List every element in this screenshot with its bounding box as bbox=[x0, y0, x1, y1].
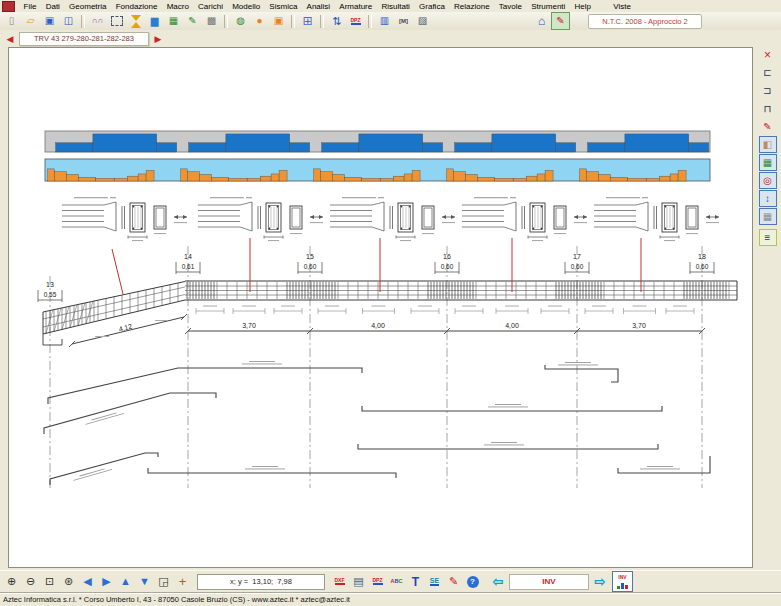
svg-text:4,12: 4,12 bbox=[118, 323, 133, 333]
pan-right-icon[interactable]: ▶ bbox=[97, 572, 116, 591]
hatch-graph-icon[interactable]: ▨ bbox=[413, 12, 432, 30]
save-icon[interactable]: ▣ bbox=[40, 12, 59, 30]
copy-section-icon[interactable]: ⊏ bbox=[759, 64, 777, 81]
building-icon: ⌂ bbox=[538, 15, 545, 27]
menu-geometria[interactable]: Geometria bbox=[65, 2, 112, 11]
tab-prev-arrow[interactable]: ◀ bbox=[4, 34, 16, 44]
beam-edit-icon: ✎ bbox=[188, 16, 196, 26]
dpz-arrows-icon[interactable]: ⇅ bbox=[327, 12, 346, 30]
menu-file[interactable]: File bbox=[19, 2, 41, 11]
paste-section-icon[interactable]: ⊐ bbox=[759, 82, 777, 99]
pan-hand-icon[interactable]: + bbox=[173, 572, 192, 591]
table-grid-icon[interactable]: ▦ bbox=[759, 208, 777, 225]
dxf-export-icon: DXF bbox=[335, 578, 345, 585]
concrete-section-icon[interactable]: ▩ bbox=[202, 12, 221, 30]
zoom-out-icon[interactable]: ⊖ bbox=[21, 572, 40, 591]
menu-armature[interactable]: Armature bbox=[335, 2, 377, 11]
drawing-canvas[interactable]: 130,55140,61150,60160,60170,60180,603,70… bbox=[8, 47, 753, 568]
norm-bridge-icon[interactable]: ∩∩ bbox=[88, 12, 107, 30]
section-view-icon[interactable]: ◧ bbox=[759, 136, 777, 153]
grid-plinth-icon[interactable]: ▦ bbox=[164, 12, 183, 30]
colored-grid-icon[interactable]: ▦ bbox=[759, 154, 777, 171]
zoom-in-icon[interactable]: ⊕ bbox=[2, 572, 21, 591]
menu-carichi[interactable]: Carichi bbox=[193, 2, 227, 11]
building-icon[interactable]: ⌂ bbox=[532, 12, 551, 30]
text-tool-icon[interactable]: T bbox=[406, 572, 425, 591]
grid-icon[interactable]: ⊞ bbox=[298, 12, 317, 30]
delete-icon: × bbox=[764, 48, 771, 62]
help-icon[interactable]: ? bbox=[463, 572, 482, 591]
view-name-field[interactable]: INV bbox=[509, 574, 589, 590]
grid-plinth-icon: ▦ bbox=[169, 16, 178, 26]
layers-list-icon[interactable]: ≡ bbox=[759, 229, 777, 246]
menu-help[interactable]: Help bbox=[570, 2, 596, 11]
zoom-extents-icon[interactable]: ⊛ bbox=[59, 572, 78, 591]
save-all-icon[interactable]: ◫ bbox=[59, 12, 78, 30]
beam-elevation bbox=[43, 281, 737, 345]
dpz-arrows-icon: ⇅ bbox=[332, 16, 341, 27]
inv-view-button[interactable]: INV bbox=[612, 571, 633, 592]
copy-section-icon: ⊏ bbox=[763, 67, 771, 78]
colored-grid-icon: ▦ bbox=[763, 157, 772, 168]
menu-analisi[interactable]: Analisi bbox=[302, 2, 335, 11]
pan-left-icon[interactable]: ◀ bbox=[78, 572, 97, 591]
dxf-export-icon[interactable]: DXF bbox=[330, 572, 349, 591]
svg-text:0,60: 0,60 bbox=[696, 263, 709, 270]
next-view-arrow[interactable]: ⇨ bbox=[592, 574, 608, 589]
menu-fondazione[interactable]: Fondazione bbox=[111, 2, 162, 11]
edit-brush-icon[interactable]: ✎ bbox=[759, 118, 777, 135]
zoom-page-icon[interactable]: ⊡ bbox=[40, 572, 59, 591]
prev-view-arrow[interactable]: ⇦ bbox=[490, 574, 506, 589]
pile-icon[interactable]: ● bbox=[250, 12, 269, 30]
menu-relazione[interactable]: Relazione bbox=[449, 2, 494, 11]
dimension-icon[interactable]: ↕ bbox=[759, 190, 777, 207]
new-document-icon[interactable]: ▯ bbox=[2, 12, 21, 30]
menu-risultati[interactable]: Risultati bbox=[377, 2, 415, 11]
menu-macro[interactable]: Macro bbox=[162, 2, 193, 11]
spellcheck-icon[interactable]: ABC bbox=[387, 572, 406, 591]
dpz-export-icon[interactable]: DPZ bbox=[368, 572, 387, 591]
print-preview-icon[interactable]: ▤ bbox=[349, 572, 368, 591]
pan-right-icon: ▶ bbox=[102, 576, 110, 587]
new-document-icon: ▯ bbox=[9, 16, 15, 26]
grid-icon: ⊞ bbox=[302, 15, 312, 27]
render-options-icon[interactable]: ✎ bbox=[551, 12, 570, 30]
selection-icon[interactable] bbox=[107, 12, 126, 30]
snap-target-icon[interactable]: ◎ bbox=[759, 172, 777, 189]
pan-up-icon[interactable]: ▲ bbox=[116, 572, 135, 591]
menu-sismica[interactable]: Sismica bbox=[265, 2, 302, 11]
hatch-graph-icon: ▨ bbox=[418, 16, 427, 26]
plot-icon[interactable]: ✎ bbox=[444, 572, 463, 591]
ntc-mode-label: N.T.C. 2008 - Approccio 2 bbox=[588, 14, 702, 29]
coordinates-display[interactable]: x; y = 13,10; 7,98 bbox=[197, 574, 325, 590]
moment-graph-icon[interactable]: [M] bbox=[394, 12, 413, 30]
piles-group-icon[interactable]: ◍ bbox=[231, 12, 250, 30]
zoom-window-icon[interactable]: ◲ bbox=[154, 572, 173, 591]
se-export-icon[interactable]: SE bbox=[425, 572, 444, 591]
span-dimensions: 3,704,004,003,704,12 bbox=[69, 314, 705, 347]
beam-edit-icon[interactable]: ✎ bbox=[183, 12, 202, 30]
moment-graph-icon: [M] bbox=[399, 18, 408, 24]
mirror-section-icon[interactable]: ⊓ bbox=[759, 100, 777, 117]
pan-down-icon[interactable]: ▼ bbox=[135, 572, 154, 591]
menu-viste[interactable]: Viste bbox=[609, 2, 636, 11]
deck-section-icon[interactable]: ▆ bbox=[145, 12, 164, 30]
zoom-page-icon: ⊡ bbox=[45, 576, 54, 587]
menu-tavole[interactable]: Tavole bbox=[494, 2, 526, 11]
open-folder-icon[interactable]: ▱ bbox=[21, 12, 40, 30]
dpz-icon[interactable]: DPZ bbox=[346, 12, 365, 30]
tab-bar: ◀ TRV 43 279-280-281-282-283 ▶ bbox=[0, 30, 781, 47]
tab-trv[interactable]: TRV 43 279-280-281-282-283 bbox=[19, 32, 149, 46]
tab-next-arrow[interactable]: ▶ bbox=[152, 34, 164, 44]
menu-modello[interactable]: Modello bbox=[228, 2, 265, 11]
section-details bbox=[62, 197, 719, 241]
dpz-graph-icon[interactable]: ▥ bbox=[375, 12, 394, 30]
menu-dati[interactable]: Dati bbox=[41, 2, 64, 11]
zoom-out-icon: ⊖ bbox=[26, 576, 35, 587]
delete-icon[interactable]: × bbox=[759, 46, 777, 63]
export-buttons: DXF▤DPZABCTSE✎? bbox=[330, 572, 482, 591]
hourglass-icon[interactable] bbox=[126, 12, 145, 30]
menu-strumenti[interactable]: Strumenti bbox=[527, 2, 570, 11]
menu-grafica[interactable]: Grafica bbox=[414, 2, 449, 11]
plinth-icon[interactable]: ▣ bbox=[269, 12, 288, 30]
